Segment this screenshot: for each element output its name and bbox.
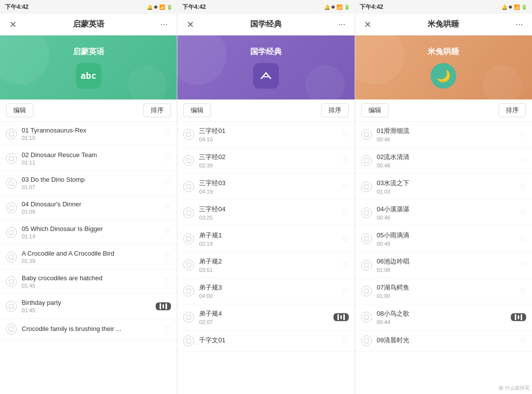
play-icon[interactable]: [361, 286, 372, 296]
close-button[interactable]: ✕: [184, 19, 196, 30]
edit-button[interactable]: 编辑: [361, 103, 389, 117]
heart-icon[interactable]: ♡: [342, 234, 349, 244]
play-icon[interactable]: [183, 207, 194, 218]
heart-icon[interactable]: ♡: [519, 287, 526, 296]
track-info: 三字经02 02:39: [199, 153, 336, 168]
play-icon[interactable]: [361, 181, 372, 192]
playing-badge[interactable]: [333, 313, 349, 321]
play-icon[interactable]: [183, 260, 194, 270]
close-button[interactable]: ✕: [362, 19, 374, 30]
track-name: 01滑滑细流: [377, 127, 514, 135]
heart-icon[interactable]: ♡: [164, 252, 171, 262]
heart-icon[interactable]: ♡: [164, 277, 171, 286]
panel-2: ✕ 国学经典 ··· 国学经典 编辑 排序 三字经01 04:10 ♡: [177, 14, 355, 394]
heart-icon[interactable]: ♡: [164, 203, 171, 212]
playing-badge[interactable]: [156, 302, 171, 310]
play-icon[interactable]: [6, 276, 17, 287]
controls-bar: 编辑 排序: [177, 99, 354, 122]
play-icon[interactable]: [183, 129, 194, 140]
track-item: 07湖鸟鳄鱼 01:00 ♡: [355, 278, 532, 304]
close-button[interactable]: ✕: [7, 19, 19, 30]
heart-icon[interactable]: ♡: [164, 228, 171, 237]
hero-icon[interactable]: 🌙: [431, 63, 456, 89]
play-icon[interactable]: [361, 335, 372, 346]
hero-section: 米兔哄睡 🌙: [355, 35, 532, 99]
hero-icon[interactable]: abc: [76, 63, 101, 89]
track-name: 三字经01: [199, 127, 336, 135]
heart-icon[interactable]: ♡: [519, 261, 526, 270]
more-button[interactable]: ···: [158, 19, 170, 30]
playing-bar-3: [166, 303, 167, 309]
track-item: A Crocodile and A Crocodile Bird 01:39 ♡: [0, 245, 177, 269]
controls-bar: 编辑 排序: [355, 99, 532, 122]
status-time: 下午4:42: [5, 3, 29, 11]
play-icon[interactable]: [6, 227, 17, 238]
hero-section: 国学经典: [177, 35, 354, 99]
heart-icon[interactable]: ♡: [519, 156, 526, 165]
play-icon[interactable]: [6, 178, 17, 189]
svg-point-1: [9, 156, 14, 161]
play-icon[interactable]: [361, 260, 372, 270]
heart-icon[interactable]: ♡: [519, 182, 526, 192]
play-icon[interactable]: [361, 155, 372, 166]
panel-1: ✕ 启蒙英语 ··· 启蒙英语 abc 编辑 排序 01 Tyrannosaur…: [0, 14, 177, 394]
panel-title: 米兔哄睡: [374, 19, 513, 30]
track-duration: 01:39: [22, 258, 159, 264]
heart-icon[interactable]: ♡: [164, 129, 171, 138]
play-icon[interactable]: [183, 286, 194, 296]
play-icon[interactable]: [361, 129, 372, 140]
track-info: 弟子规3 04:00: [199, 283, 336, 299]
playing-badge[interactable]: [511, 313, 526, 321]
track-item: 三字经01 04:10 ♡: [177, 122, 354, 148]
track-name: 弟子规3: [199, 283, 336, 292]
play-icon[interactable]: [6, 153, 17, 164]
play-icon[interactable]: [361, 233, 372, 244]
track-info: Baby crocodiles are hatched 01:45: [22, 274, 159, 289]
play-icon[interactable]: [183, 181, 194, 192]
play-icon[interactable]: [6, 202, 17, 213]
more-button[interactable]: ···: [513, 19, 525, 30]
heart-icon[interactable]: ♡: [164, 154, 171, 163]
track-name: 三字经03: [199, 179, 336, 188]
play-icon[interactable]: [6, 301, 17, 312]
play-icon[interactable]: [361, 207, 372, 218]
sort-button[interactable]: 排序: [321, 103, 349, 117]
heart-icon[interactable]: ♡: [164, 178, 171, 188]
play-icon[interactable]: [183, 312, 194, 323]
play-icon[interactable]: [6, 252, 17, 263]
heart-icon[interactable]: ♡: [519, 336, 526, 346]
heart-icon[interactable]: ♡: [342, 336, 349, 346]
heart-icon[interactable]: ♡: [342, 156, 349, 165]
heart-icon[interactable]: ♡: [519, 234, 526, 244]
track-info: 07湖鸟鳄鱼 01:00: [377, 283, 514, 299]
track-duration: 01:08: [377, 267, 514, 273]
play-icon[interactable]: [6, 129, 17, 139]
track-item: 05小雨滴滴 00:49 ♡: [355, 226, 532, 252]
track-duration: 02:39: [199, 163, 336, 168]
track-name: 05小雨滴滴: [377, 231, 514, 240]
heart-icon[interactable]: ♡: [164, 325, 171, 334]
play-icon[interactable]: [361, 312, 372, 323]
heart-icon[interactable]: ♡: [342, 182, 349, 192]
heart-icon[interactable]: ♡: [519, 208, 526, 218]
edit-button[interactable]: 编辑: [183, 103, 211, 117]
heart-icon[interactable]: ♡: [342, 287, 349, 296]
play-icon[interactable]: [6, 324, 17, 334]
heart-icon[interactable]: ♡: [519, 130, 526, 139]
track-name: 09清晨时光: [377, 336, 514, 345]
hero-icon[interactable]: [253, 63, 279, 89]
edit-button[interactable]: 编辑: [6, 103, 33, 117]
svg-point-10: [186, 132, 191, 137]
play-icon[interactable]: [183, 335, 194, 346]
panel-title: 启蒙英语: [19, 19, 158, 30]
play-icon[interactable]: [183, 155, 194, 166]
heart-icon[interactable]: ♡: [342, 130, 349, 139]
more-button[interactable]: ···: [336, 19, 348, 30]
track-info: A Crocodile and A Crocodile Bird 01:39: [22, 250, 159, 264]
heart-icon[interactable]: ♡: [342, 208, 349, 218]
track-item: 03水流之下 01:03 ♡: [355, 174, 532, 200]
sort-button[interactable]: 排序: [143, 103, 171, 117]
heart-icon[interactable]: ♡: [342, 261, 349, 270]
play-icon[interactable]: [183, 233, 194, 244]
sort-button[interactable]: 排序: [499, 103, 526, 117]
